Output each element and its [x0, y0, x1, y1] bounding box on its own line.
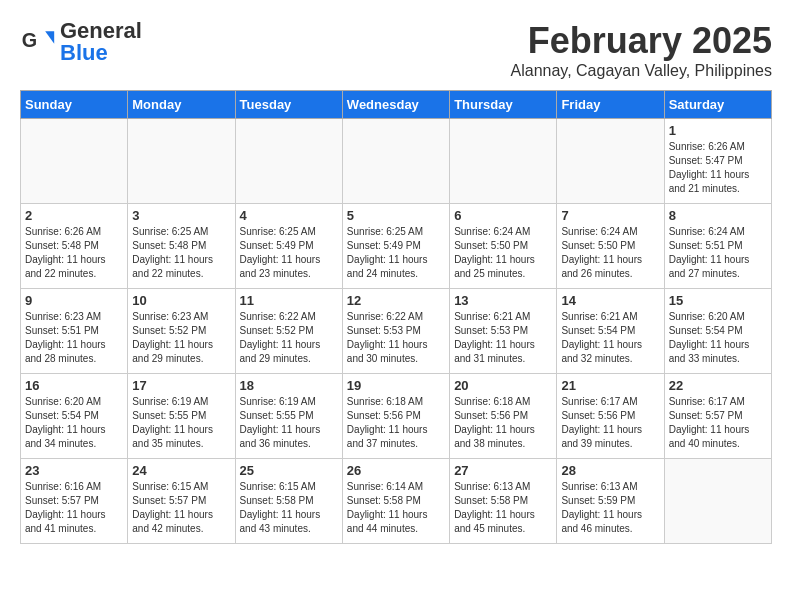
day-number: 16	[25, 378, 123, 393]
weekday-header-monday: Monday	[128, 91, 235, 119]
calendar-day-cell	[450, 119, 557, 204]
day-detail: Sunrise: 6:23 AMSunset: 5:51 PMDaylight:…	[25, 310, 123, 366]
day-number: 7	[561, 208, 659, 223]
calendar-day-cell	[557, 119, 664, 204]
calendar-day-cell	[342, 119, 449, 204]
day-detail: Sunrise: 6:25 AMSunset: 5:49 PMDaylight:…	[240, 225, 338, 281]
logo: G General Blue	[20, 20, 142, 64]
day-detail: Sunrise: 6:20 AMSunset: 5:54 PMDaylight:…	[669, 310, 767, 366]
day-detail: Sunrise: 6:24 AMSunset: 5:51 PMDaylight:…	[669, 225, 767, 281]
calendar-day-cell: 26Sunrise: 6:14 AMSunset: 5:58 PMDayligh…	[342, 459, 449, 544]
weekday-header-saturday: Saturday	[664, 91, 771, 119]
calendar-day-cell: 17Sunrise: 6:19 AMSunset: 5:55 PMDayligh…	[128, 374, 235, 459]
calendar-day-cell: 9Sunrise: 6:23 AMSunset: 5:51 PMDaylight…	[21, 289, 128, 374]
calendar-day-cell: 13Sunrise: 6:21 AMSunset: 5:53 PMDayligh…	[450, 289, 557, 374]
weekday-header-friday: Friday	[557, 91, 664, 119]
day-detail: Sunrise: 6:19 AMSunset: 5:55 PMDaylight:…	[240, 395, 338, 451]
calendar-table: SundayMondayTuesdayWednesdayThursdayFrid…	[20, 90, 772, 544]
calendar-day-cell: 25Sunrise: 6:15 AMSunset: 5:58 PMDayligh…	[235, 459, 342, 544]
day-detail: Sunrise: 6:24 AMSunset: 5:50 PMDaylight:…	[454, 225, 552, 281]
day-detail: Sunrise: 6:21 AMSunset: 5:54 PMDaylight:…	[561, 310, 659, 366]
month-title: February 2025	[511, 20, 773, 62]
day-detail: Sunrise: 6:16 AMSunset: 5:57 PMDaylight:…	[25, 480, 123, 536]
calendar-day-cell: 7Sunrise: 6:24 AMSunset: 5:50 PMDaylight…	[557, 204, 664, 289]
calendar-day-cell: 19Sunrise: 6:18 AMSunset: 5:56 PMDayligh…	[342, 374, 449, 459]
day-number: 25	[240, 463, 338, 478]
calendar-day-cell	[235, 119, 342, 204]
day-number: 22	[669, 378, 767, 393]
calendar-week-row: 16Sunrise: 6:20 AMSunset: 5:54 PMDayligh…	[21, 374, 772, 459]
calendar-day-cell: 10Sunrise: 6:23 AMSunset: 5:52 PMDayligh…	[128, 289, 235, 374]
calendar-day-cell: 4Sunrise: 6:25 AMSunset: 5:49 PMDaylight…	[235, 204, 342, 289]
location-title: Alannay, Cagayan Valley, Philippines	[511, 62, 773, 80]
calendar-day-cell: 1Sunrise: 6:26 AMSunset: 5:47 PMDaylight…	[664, 119, 771, 204]
day-detail: Sunrise: 6:17 AMSunset: 5:56 PMDaylight:…	[561, 395, 659, 451]
day-number: 21	[561, 378, 659, 393]
calendar-day-cell: 8Sunrise: 6:24 AMSunset: 5:51 PMDaylight…	[664, 204, 771, 289]
day-detail: Sunrise: 6:22 AMSunset: 5:53 PMDaylight:…	[347, 310, 445, 366]
calendar-day-cell: 27Sunrise: 6:13 AMSunset: 5:58 PMDayligh…	[450, 459, 557, 544]
day-detail: Sunrise: 6:22 AMSunset: 5:52 PMDaylight:…	[240, 310, 338, 366]
calendar-day-cell: 20Sunrise: 6:18 AMSunset: 5:56 PMDayligh…	[450, 374, 557, 459]
day-number: 18	[240, 378, 338, 393]
calendar-day-cell: 3Sunrise: 6:25 AMSunset: 5:48 PMDaylight…	[128, 204, 235, 289]
calendar-day-cell	[128, 119, 235, 204]
day-number: 26	[347, 463, 445, 478]
day-number: 11	[240, 293, 338, 308]
calendar-week-row: 2Sunrise: 6:26 AMSunset: 5:48 PMDaylight…	[21, 204, 772, 289]
calendar-day-cell	[664, 459, 771, 544]
day-detail: Sunrise: 6:18 AMSunset: 5:56 PMDaylight:…	[454, 395, 552, 451]
calendar-day-cell: 14Sunrise: 6:21 AMSunset: 5:54 PMDayligh…	[557, 289, 664, 374]
day-detail: Sunrise: 6:13 AMSunset: 5:59 PMDaylight:…	[561, 480, 659, 536]
calendar-header-row: SundayMondayTuesdayWednesdayThursdayFrid…	[21, 91, 772, 119]
logo-icon: G	[20, 24, 56, 60]
day-number: 4	[240, 208, 338, 223]
day-number: 6	[454, 208, 552, 223]
day-number: 10	[132, 293, 230, 308]
day-number: 27	[454, 463, 552, 478]
calendar-day-cell: 18Sunrise: 6:19 AMSunset: 5:55 PMDayligh…	[235, 374, 342, 459]
calendar-day-cell: 6Sunrise: 6:24 AMSunset: 5:50 PMDaylight…	[450, 204, 557, 289]
day-detail: Sunrise: 6:17 AMSunset: 5:57 PMDaylight:…	[669, 395, 767, 451]
day-number: 13	[454, 293, 552, 308]
day-number: 23	[25, 463, 123, 478]
day-detail: Sunrise: 6:24 AMSunset: 5:50 PMDaylight:…	[561, 225, 659, 281]
day-detail: Sunrise: 6:13 AMSunset: 5:58 PMDaylight:…	[454, 480, 552, 536]
day-number: 3	[132, 208, 230, 223]
calendar-day-cell: 24Sunrise: 6:15 AMSunset: 5:57 PMDayligh…	[128, 459, 235, 544]
title-block: February 2025 Alannay, Cagayan Valley, P…	[511, 20, 773, 80]
day-number: 24	[132, 463, 230, 478]
calendar-week-row: 9Sunrise: 6:23 AMSunset: 5:51 PMDaylight…	[21, 289, 772, 374]
calendar-week-row: 23Sunrise: 6:16 AMSunset: 5:57 PMDayligh…	[21, 459, 772, 544]
day-number: 17	[132, 378, 230, 393]
weekday-header-wednesday: Wednesday	[342, 91, 449, 119]
day-detail: Sunrise: 6:14 AMSunset: 5:58 PMDaylight:…	[347, 480, 445, 536]
calendar-day-cell: 5Sunrise: 6:25 AMSunset: 5:49 PMDaylight…	[342, 204, 449, 289]
day-detail: Sunrise: 6:26 AMSunset: 5:47 PMDaylight:…	[669, 140, 767, 196]
calendar-week-row: 1Sunrise: 6:26 AMSunset: 5:47 PMDaylight…	[21, 119, 772, 204]
logo-blue-text: Blue	[60, 42, 142, 64]
calendar-day-cell: 21Sunrise: 6:17 AMSunset: 5:56 PMDayligh…	[557, 374, 664, 459]
day-number: 2	[25, 208, 123, 223]
day-number: 5	[347, 208, 445, 223]
calendar-day-cell: 28Sunrise: 6:13 AMSunset: 5:59 PMDayligh…	[557, 459, 664, 544]
day-number: 15	[669, 293, 767, 308]
day-number: 12	[347, 293, 445, 308]
calendar-day-cell: 22Sunrise: 6:17 AMSunset: 5:57 PMDayligh…	[664, 374, 771, 459]
day-number: 9	[25, 293, 123, 308]
calendar-day-cell: 23Sunrise: 6:16 AMSunset: 5:57 PMDayligh…	[21, 459, 128, 544]
logo-general-text: General	[60, 20, 142, 42]
weekday-header-thursday: Thursday	[450, 91, 557, 119]
day-detail: Sunrise: 6:25 AMSunset: 5:48 PMDaylight:…	[132, 225, 230, 281]
calendar-day-cell: 11Sunrise: 6:22 AMSunset: 5:52 PMDayligh…	[235, 289, 342, 374]
svg-text:G: G	[22, 29, 37, 51]
calendar-day-cell: 2Sunrise: 6:26 AMSunset: 5:48 PMDaylight…	[21, 204, 128, 289]
day-number: 28	[561, 463, 659, 478]
day-detail: Sunrise: 6:20 AMSunset: 5:54 PMDaylight:…	[25, 395, 123, 451]
day-detail: Sunrise: 6:23 AMSunset: 5:52 PMDaylight:…	[132, 310, 230, 366]
day-detail: Sunrise: 6:15 AMSunset: 5:58 PMDaylight:…	[240, 480, 338, 536]
day-number: 1	[669, 123, 767, 138]
page-header: G General Blue February 2025 Alannay, Ca…	[20, 20, 772, 80]
weekday-header-sunday: Sunday	[21, 91, 128, 119]
day-detail: Sunrise: 6:15 AMSunset: 5:57 PMDaylight:…	[132, 480, 230, 536]
